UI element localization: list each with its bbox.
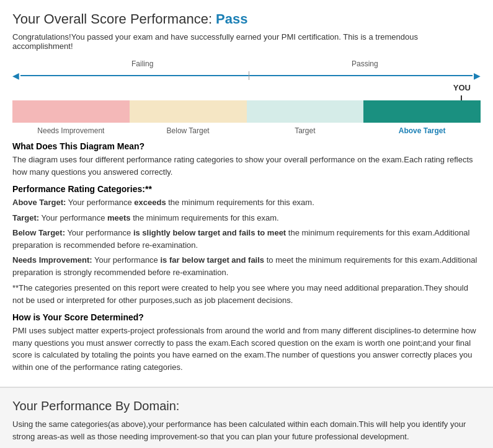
what-heading: What Does This Diagram Mean?: [12, 141, 481, 151]
you-indicator-area: YOU: [12, 83, 481, 95]
rating-needs-label: Needs Improvement:: [12, 255, 92, 265]
segment-labels: Needs Improvement Below Target Target Ab…: [12, 125, 481, 135]
score-bar-area: Failing Passing ◀ ▶ YOU Needs Imp: [12, 59, 481, 135]
rating-needs-improvement: Needs Improvement: Your performance is f…: [12, 254, 481, 278]
label-below-target: Below Target: [130, 125, 247, 135]
rating-heading: Performance Rating Categories:**: [12, 184, 481, 194]
rating-above-target: Above Target: Your performance exceeds t…: [12, 196, 481, 209]
pass-label: Pass: [216, 11, 247, 27]
segment-below-target: [130, 100, 247, 123]
rating-target-label: Target:: [12, 213, 39, 222]
label-above-target: Above Target: [363, 125, 481, 135]
tick-container: [12, 95, 481, 100]
you-tick: [461, 95, 462, 100]
arrow-track: [20, 75, 473, 76]
footnote-text: **The categories presented on this repor…: [12, 282, 481, 306]
rating-below-bold: is slightly below target and fails to me…: [133, 228, 286, 237]
score-segments: [12, 100, 481, 123]
label-needs-improvement: Needs Improvement: [12, 125, 130, 135]
rating-below-text-before: Your performance: [67, 228, 133, 237]
failing-label: Failing: [131, 59, 153, 68]
arrow-right-icon: ▶: [474, 71, 481, 81]
arrow-left-icon: ◀: [12, 71, 19, 81]
what-body: The diagram uses four different performa…: [12, 154, 481, 178]
rating-target-bold: meets: [107, 213, 131, 222]
how-heading: How is Your Score Determined?: [12, 312, 481, 322]
rating-target-text-before: Your performance: [42, 213, 107, 222]
segment-above-target: [363, 100, 481, 123]
rating-below-label: Below Target:: [12, 228, 65, 237]
segment-needs-improvement: [12, 100, 130, 123]
rating-target: Target: Your performance meets the minim…: [12, 212, 481, 224]
title-prefix: Your Overall Score Performance:: [12, 11, 216, 27]
rating-target-text-after: the minimum requirements for this exam.: [131, 213, 279, 222]
rating-needs-bold: is far below target and fails: [160, 255, 264, 265]
rating-above-text-after: the minimum requirements for this exam.: [166, 198, 314, 207]
rating-needs-text-before: Your performance: [94, 255, 160, 265]
domain-title: Your Performance By Domain:: [12, 399, 481, 413]
midpoint-divider: [249, 71, 249, 80]
rating-above-bold: exceeds: [134, 198, 166, 207]
rating-below-target: Below Target: Your performance is slight…: [12, 227, 481, 251]
rating-above-label: Above Target:: [12, 198, 66, 207]
label-target: Target: [247, 125, 364, 135]
domain-desc: Using the same categories(as above),your…: [12, 418, 481, 442]
passing-label: Passing: [352, 59, 378, 68]
page-title: Your Overall Score Performance: Pass: [12, 11, 481, 27]
how-body: PMI uses subject matter experts-project …: [12, 325, 481, 373]
arrow-line: ◀ ▶: [12, 71, 481, 81]
segment-target: [247, 100, 364, 123]
congrats-text: Congratulations!You passed your exam and…: [12, 32, 481, 51]
rating-above-text-before: Your performance: [68, 198, 134, 207]
you-label: YOU: [453, 83, 471, 92]
domain-section: Your Performance By Domain: Using the sa…: [0, 387, 493, 448]
what-section: What Does This Diagram Mean? The diagram…: [12, 141, 481, 373]
